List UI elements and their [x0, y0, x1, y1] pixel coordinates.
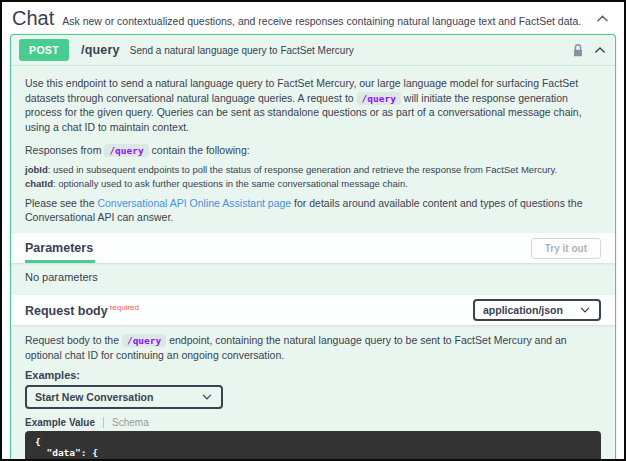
term-name: chatId [25, 178, 53, 189]
section-description: Ask new or contextualized questions, and… [62, 15, 581, 27]
tab-schema[interactable]: Schema [112, 417, 149, 428]
query-code-chip: /query [357, 92, 401, 105]
method-badge: POST [19, 39, 69, 61]
response-fields-list: jobId: used in subsequent endpoints to p… [25, 163, 601, 189]
term-description: : used in subsequent endpoints to poll t… [48, 164, 557, 175]
required-badge: required [110, 303, 139, 312]
jobid-term-line: jobId: used in subsequent endpoints to p… [25, 163, 601, 176]
tab-divider [103, 417, 104, 428]
content-type-select[interactable]: application/json [473, 299, 601, 321]
description-paragraph-2: Responses from /query contain the follow… [25, 143, 601, 158]
query-code-chip: /query [104, 144, 148, 157]
request-body-section-header: Request bodyrequired application/json [11, 295, 615, 325]
parameters-tab[interactable]: Parameters [25, 233, 95, 263]
description-paragraph-3: Please see the Conversational API Online… [25, 196, 601, 225]
api-docs-page: Chat Ask new or contextualized questions… [0, 0, 626, 461]
chevron-down-icon [201, 391, 213, 403]
example-code[interactable]: { "data": { "query": "What is Tesla's en… [25, 431, 601, 461]
examples-label: Examples: [25, 369, 601, 381]
term-name: jobId [25, 164, 48, 175]
text: Request body to the [25, 334, 122, 346]
opblock-post-query: POST /query Send a natural language quer… [10, 34, 616, 461]
tab-example-value[interactable]: Example Value [25, 417, 95, 428]
no-parameters-message: No parameters [11, 263, 615, 291]
chevron-up-icon[interactable] [593, 43, 607, 57]
text: Responses from [25, 144, 104, 156]
chevron-up-icon[interactable] [595, 11, 610, 26]
request-body-title-group: Request bodyrequired [25, 301, 139, 319]
examples-selected-value: Start New Conversation [35, 391, 153, 403]
try-it-out-button[interactable]: Try it out [531, 238, 601, 259]
chatid-term-line: chatId: optionally used to ask further q… [25, 177, 601, 190]
examples-select[interactable]: Start New Conversation [25, 385, 223, 409]
lock-icon[interactable] [572, 43, 584, 58]
text: contain the following: [149, 144, 250, 156]
query-code-chip: /query [122, 334, 166, 347]
request-body-title: Request body [25, 304, 108, 318]
endpoint-description: Use this endpoint to send a natural lang… [11, 66, 615, 233]
model-example-tabs: Example Value Schema [25, 417, 601, 428]
text: Please see the [25, 197, 97, 209]
section-title: Chat [12, 7, 54, 29]
online-assistant-link[interactable]: Conversational API Online Assistant page [97, 197, 291, 209]
content-type-value: application/json [483, 304, 563, 316]
request-body-description: Request body to the /query endpoint, con… [11, 325, 615, 362]
term-description: : optionally used to ask further questio… [53, 178, 408, 189]
description-paragraph-1: Use this endpoint to send a natural lang… [25, 76, 601, 135]
parameters-section-header: Parameters Try it out [11, 233, 615, 263]
chevron-down-icon [579, 304, 591, 316]
chat-section-header[interactable]: Chat Ask new or contextualized questions… [2, 2, 624, 32]
endpoint-summary: Send a natural language query to FactSet… [130, 45, 354, 56]
opblock-summary[interactable]: POST /query Send a natural language quer… [11, 35, 615, 66]
endpoint-path: /query [81, 43, 120, 57]
